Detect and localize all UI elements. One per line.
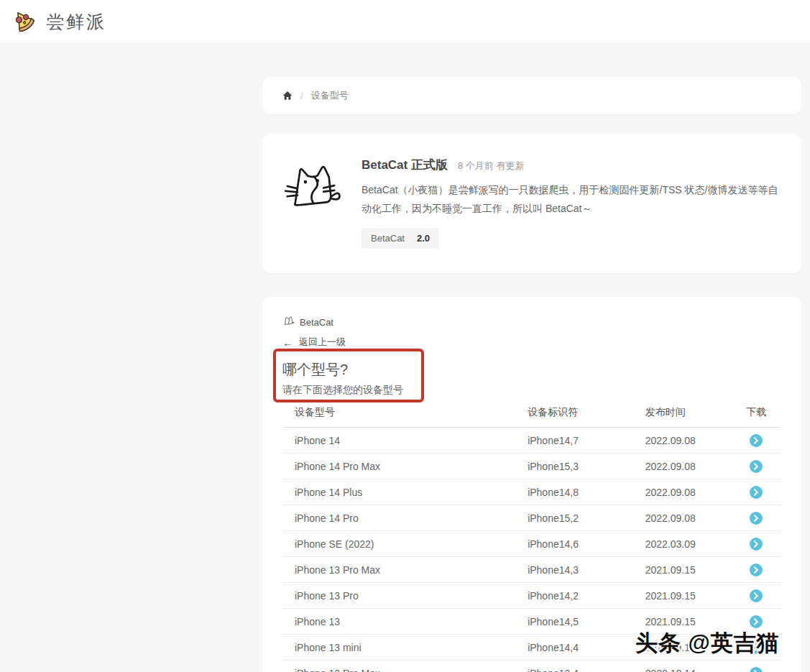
download-button[interactable] xyxy=(750,460,763,473)
download-button[interactable] xyxy=(750,615,763,628)
device-model-cell: iPhone 13 xyxy=(282,609,522,635)
brand-title: 尝鲜派 xyxy=(46,10,106,34)
device-table: 设备型号 设备标识符 发布时间 下载 iPhone 14 iPhone14,7 … xyxy=(282,400,781,672)
download-cell xyxy=(732,505,781,531)
page-background: / 设备型号 BetaCat 正式版 8 个月前 有更新 xyxy=(0,45,810,672)
device-identifier-cell: iPhone13,4 xyxy=(522,661,642,672)
device-model-cell: iPhone 14 xyxy=(282,428,522,454)
betacat-drawing-icon xyxy=(282,154,343,249)
download-cell xyxy=(732,635,781,661)
device-identifier-cell: iPhone15,2 xyxy=(522,505,642,531)
device-model-cell: iPhone 13 Pro Max xyxy=(282,557,522,583)
download-cell xyxy=(732,479,781,505)
app-header: 尝鲜派 xyxy=(0,0,810,45)
col-header-model: 设备型号 xyxy=(282,400,522,428)
download-button[interactable] xyxy=(750,667,763,672)
download-button[interactable] xyxy=(750,486,763,499)
table-row[interactable]: iPhone 14 Pro Max iPhone15,3 2022.09.08 xyxy=(282,454,781,479)
download-cell xyxy=(732,557,781,583)
back-arrow-icon: ← xyxy=(282,337,293,348)
release-date-cell: 2021.09.15 xyxy=(642,557,732,583)
device-identifier-cell: iPhone15,3 xyxy=(522,454,642,479)
download-button[interactable] xyxy=(750,589,763,602)
table-row[interactable]: iPhone SE (2022) iPhone14,6 2022.03.09 xyxy=(282,531,781,557)
release-date-cell: 2022.09.08 xyxy=(642,479,732,505)
app-info-card: BetaCat 正式版 8 个月前 有更新 BetaCat（小夜猫）是尝鲜派写的… xyxy=(262,134,801,273)
model-heading: 哪个型号? xyxy=(282,360,781,379)
table-row[interactable]: iPhone 14 iPhone14,7 2022.09.08 xyxy=(282,428,781,454)
device-model-cell: iPhone 12 Pro Max xyxy=(282,661,522,672)
back-link-label: 返回上一级 xyxy=(299,336,346,349)
device-identifier-cell: iPhone14,2 xyxy=(522,583,642,609)
table-row[interactable]: iPhone 13 iPhone14,5 2021.09.15 xyxy=(282,609,781,635)
device-model-cell: iPhone 13 Pro xyxy=(282,583,522,609)
download-button[interactable] xyxy=(750,563,763,576)
download-cell xyxy=(732,428,781,454)
breadcrumb-separator: / xyxy=(300,91,303,101)
device-selector-card: BetaCat ← 返回上一级 哪个型号? 请在下面选择您的设备型号 设备型号 … xyxy=(262,297,801,672)
badge-app-name: BetaCat xyxy=(371,233,405,244)
app-title: BetaCat 正式版 xyxy=(362,157,448,173)
device-model-cell: iPhone 13 mini xyxy=(282,635,522,661)
release-date-cell: 2022.09.08 xyxy=(642,454,732,479)
betacat-mini-icon xyxy=(282,315,295,329)
download-cell xyxy=(732,661,781,672)
table-row[interactable]: iPhone 13 Pro iPhone14,2 2021.09.15 xyxy=(282,583,781,609)
download-button[interactable] xyxy=(750,512,763,525)
release-date-cell: 2022.03.09 xyxy=(642,531,732,557)
release-date-cell: 2022.09.08 xyxy=(642,505,732,531)
col-header-identifier: 设备标识符 xyxy=(522,400,642,428)
col-header-release-date: 发布时间 xyxy=(642,400,732,428)
release-date-cell: 2020.10.14 xyxy=(642,661,732,672)
download-cell xyxy=(732,609,781,635)
version-badge: BetaCat 2.0 xyxy=(362,228,439,249)
download-cell xyxy=(732,531,781,557)
model-subheading: 请在下面选择您的设备型号 xyxy=(282,384,781,397)
betacat-app-link[interactable]: BetaCat xyxy=(282,316,781,328)
device-identifier-cell: iPhone14,6 xyxy=(522,531,642,557)
device-table-body: iPhone 14 iPhone14,7 2022.09.08 iPhone 1… xyxy=(282,428,781,672)
device-model-cell: iPhone 14 Pro xyxy=(282,505,522,531)
table-row[interactable]: iPhone 12 Pro Max iPhone13,4 2020.10.14 xyxy=(282,661,781,672)
app-description: BetaCat（小夜猫）是尝鲜派写的一只数据爬虫，用于检测固件更新/TSS 状态… xyxy=(362,180,781,218)
breadcrumb: / 设备型号 xyxy=(262,77,801,114)
download-cell xyxy=(732,454,781,479)
update-meta: 8 个月前 有更新 xyxy=(458,160,524,172)
release-date-cell: 2022.09.08 xyxy=(642,428,732,454)
table-row[interactable]: iPhone 14 Plus iPhone14,8 2022.09.08 xyxy=(282,479,781,505)
device-model-cell: iPhone 14 Pro Max xyxy=(282,454,522,479)
betacat-app-link-label: BetaCat xyxy=(300,317,333,328)
col-header-download: 下载 xyxy=(732,400,781,428)
pizza-logo-icon xyxy=(11,9,38,36)
device-identifier-cell: iPhone14,7 xyxy=(522,428,642,454)
device-identifier-cell: iPhone14,5 xyxy=(522,609,642,635)
release-date-cell: 2021.09.15 xyxy=(642,583,732,609)
table-row[interactable]: iPhone 13 mini iPhone14,4 2021.09.15 xyxy=(282,635,781,661)
device-identifier-cell: iPhone14,8 xyxy=(522,479,642,505)
brand-link[interactable]: 尝鲜派 xyxy=(11,9,106,36)
release-date-cell: 2021.09.15 xyxy=(642,635,732,661)
device-model-cell: iPhone SE (2022) xyxy=(282,531,522,557)
home-icon[interactable] xyxy=(282,91,293,101)
table-row[interactable]: iPhone 14 Pro iPhone15,2 2022.09.08 xyxy=(282,505,781,531)
release-date-cell: 2021.09.15 xyxy=(642,609,732,635)
download-button[interactable] xyxy=(750,538,763,551)
download-cell xyxy=(732,583,781,609)
table-header-row: 设备型号 设备标识符 发布时间 下载 xyxy=(282,400,781,428)
table-row[interactable]: iPhone 13 Pro Max iPhone14,3 2021.09.15 xyxy=(282,557,781,583)
device-identifier-cell: iPhone14,3 xyxy=(522,557,642,583)
device-identifier-cell: iPhone14,4 xyxy=(522,635,642,661)
download-button[interactable] xyxy=(750,641,763,654)
back-link[interactable]: ← 返回上一级 xyxy=(282,336,781,349)
breadcrumb-current: 设备型号 xyxy=(311,89,349,102)
device-model-cell: iPhone 14 Plus xyxy=(282,479,522,505)
download-button[interactable] xyxy=(750,434,763,447)
badge-version: 2.0 xyxy=(417,233,430,244)
